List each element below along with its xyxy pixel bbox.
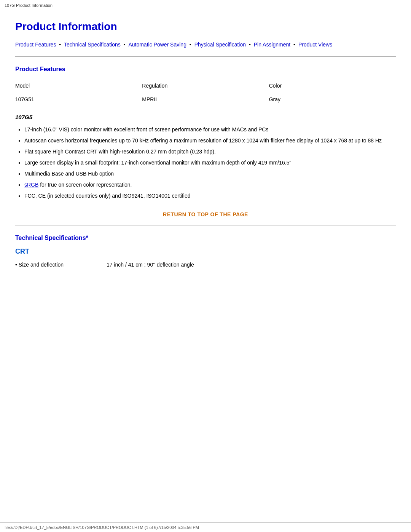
divider-top xyxy=(15,56,396,57)
col-header-regulation: Regulation xyxy=(142,79,269,93)
list-item: Multimedia Base and USB Hub option xyxy=(24,170,396,178)
nav-link-pin[interactable]: Pin Assignment xyxy=(254,42,291,48)
nav-link-product-views[interactable]: Product Views xyxy=(298,42,332,48)
list-item-srgb: sRGB for true on screen color representa… xyxy=(24,181,396,189)
nav-link-power-saving[interactable]: Automatic Power Saving xyxy=(128,42,186,48)
nav-link-product-features[interactable]: Product Features xyxy=(15,42,56,48)
nav-separator-1: • xyxy=(59,42,62,48)
spec-row-size: • Size and deflection 17 inch / 41 cm ; … xyxy=(15,262,396,268)
list-item: Flat square High Contrast CRT with high-… xyxy=(24,148,396,156)
srgb-link[interactable]: sRGB xyxy=(24,182,38,188)
crt-heading: CRT xyxy=(15,248,396,256)
tech-specs-section: Technical Specifications* CRT • Size and… xyxy=(15,235,396,268)
cell-model: 107G51 xyxy=(15,93,142,106)
table-header-row: Model Regulation Color xyxy=(15,79,396,93)
nav-links: Product Features • Technical Specificati… xyxy=(15,40,396,49)
list-item: 17-inch (16.0" VIS) color monitor with e… xyxy=(24,126,396,134)
list-item: Large screen display in a small footprin… xyxy=(24,159,396,167)
product-features-section: Product Features Model Regulation Color … xyxy=(15,66,396,217)
list-item: Autoscan covers horizontal frequencies u… xyxy=(24,137,396,145)
table-row: 107G51 MPRII Gray xyxy=(15,93,396,106)
return-link-container: RETURN TO TOP OF THE PAGE xyxy=(15,211,396,217)
model-title: 107G5 xyxy=(15,114,396,120)
footer-bar: file:///D|/EDFU/crt_17_5/edoc/ENGLISH/10… xyxy=(0,522,411,532)
srgb-text: for true on screen color representation. xyxy=(38,182,132,188)
nav-separator-5: • xyxy=(293,42,297,48)
return-to-top-link[interactable]: RETURN TO TOP OF THE PAGE xyxy=(163,211,248,217)
nav-separator-2: • xyxy=(124,42,127,48)
nav-separator-4: • xyxy=(249,42,252,48)
nav-link-physical[interactable]: Physical Specification xyxy=(194,42,246,48)
cell-regulation: MPRII xyxy=(142,93,269,106)
col-header-color: Color xyxy=(269,79,396,93)
list-item: FCC, CE (in selected countries only) and… xyxy=(24,192,396,200)
feature-list: 17-inch (16.0" VIS) color monitor with e… xyxy=(24,126,396,200)
product-features-heading: Product Features xyxy=(15,66,396,73)
browser-title: 107G Product Information xyxy=(0,0,411,9)
spec-label-size: • Size and deflection xyxy=(15,262,107,268)
nav-link-tech-specs[interactable]: Technical Specifications xyxy=(64,42,121,48)
spec-value-size: 17 inch / 41 cm ; 90° deflection angle xyxy=(107,262,194,268)
product-table: Model Regulation Color 107G51 MPRII Gray xyxy=(15,79,396,106)
nav-separator-3: • xyxy=(190,42,193,48)
tech-specs-heading: Technical Specifications* xyxy=(15,235,396,241)
page-title: Product Information xyxy=(15,21,396,33)
col-header-model: Model xyxy=(15,79,142,93)
cell-color: Gray xyxy=(269,93,396,106)
divider-middle xyxy=(15,225,396,225)
